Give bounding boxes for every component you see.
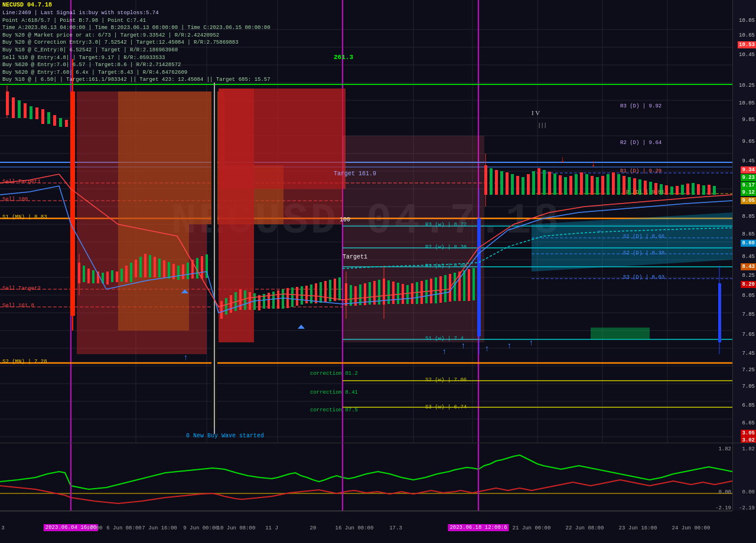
svg-rect-178 <box>537 168 540 195</box>
price-665: 6.65 <box>742 420 755 426</box>
svg-text:Target1: Target1 <box>343 254 367 260</box>
svg-marker-63 <box>591 328 650 339</box>
svg-rect-204 <box>676 186 679 195</box>
price-1065: 10.65 <box>739 32 755 38</box>
svg-rect-100 <box>177 266 180 280</box>
time-tick-jun7: 7 Jun 16:00 <box>142 525 177 531</box>
svg-rect-158 <box>444 275 447 302</box>
svg-rect-209 <box>702 185 705 195</box>
osc-price-neg219: -2.19 <box>715 505 731 511</box>
svg-text:100: 100 <box>340 217 350 223</box>
svg-rect-171 <box>500 171 503 195</box>
svg-rect-131 <box>324 281 327 302</box>
svg-rect-130 <box>320 282 322 303</box>
svg-rect-114 <box>244 290 246 310</box>
svg-rect-87 <box>116 272 118 282</box>
svg-rect-172 <box>506 172 509 195</box>
svg-rect-164 <box>472 268 475 300</box>
svg-rect-95 <box>154 257 156 277</box>
svg-rect-151 <box>411 283 413 304</box>
svg-rect-201 <box>660 184 663 195</box>
svg-rect-206 <box>686 184 689 195</box>
time-tick-jun23: 23 Jun 16:00 <box>619 525 657 531</box>
svg-rect-121 <box>277 290 279 309</box>
svg-marker-62 <box>532 212 732 272</box>
osc-axis-neg219: -2.19 <box>739 505 755 511</box>
main-chart: NECUSD 04.7.18 <box>0 0 732 443</box>
svg-rect-101 <box>182 264 184 279</box>
price-905-box: 9.05 <box>741 197 756 204</box>
svg-rect-185 <box>575 174 578 195</box>
price-725: 7.25 <box>742 367 755 373</box>
svg-rect-75 <box>65 120 68 127</box>
svg-rect-182 <box>559 175 562 195</box>
svg-rect-98 <box>168 262 170 279</box>
price-865: 8.65 <box>742 231 755 237</box>
svg-rect-82 <box>92 270 94 283</box>
svg-rect-94 <box>149 255 151 277</box>
price-785: 7.85 <box>742 312 755 318</box>
svg-rect-208 <box>697 184 700 195</box>
svg-rect-110 <box>225 298 227 315</box>
svg-rect-81 <box>87 269 90 283</box>
svg-rect-69 <box>30 106 32 119</box>
svg-text:↑: ↑ <box>507 341 511 351</box>
svg-rect-193 <box>617 174 620 195</box>
time-tick-jun21: 21 Jun 00:00 <box>513 525 551 531</box>
time-tick-11j: 11 J <box>265 525 278 531</box>
time-tick-0000: 00:00 <box>86 525 102 531</box>
svg-rect-91 <box>135 260 137 277</box>
chart-svg: ↑ ↑ ↑ ↑ ↑ ↑ ↓ ↓ → I V | | | 261.3 Target… <box>0 0 732 443</box>
svg-rect-96 <box>158 259 161 277</box>
svg-text:↑: ↑ <box>183 353 188 362</box>
svg-rect-197 <box>638 179 641 195</box>
price-1025: 10.25 <box>739 83 755 89</box>
svg-rect-147 <box>392 282 395 304</box>
svg-rect-169 <box>490 168 493 195</box>
svg-rect-160 <box>454 273 456 301</box>
price-axis: 10.85 10.65 10.53 10.45 10.25 10.05 9.85… <box>732 0 756 443</box>
svg-rect-137 <box>350 285 352 306</box>
price-885: 8.85 <box>742 214 755 220</box>
svg-rect-74 <box>59 118 62 127</box>
time-tick-jun6: 6 Jun 08:00 <box>106 525 141 531</box>
svg-text:↑: ↑ <box>442 347 447 356</box>
price-845: 8.45 <box>742 254 755 260</box>
price-923-box: 9.23 <box>741 174 756 181</box>
svg-text:261.3: 261.3 <box>334 54 353 61</box>
svg-text:→: → <box>597 227 601 235</box>
time-tick-jun10: 10 Jun 08:00 <box>217 525 256 531</box>
svg-rect-162 <box>463 270 465 301</box>
svg-rect-191 <box>607 174 610 195</box>
svg-rect-113 <box>239 289 242 310</box>
svg-rect-90 <box>130 263 132 282</box>
time-tick-173: 17.3 <box>389 525 402 531</box>
svg-rect-190 <box>601 176 604 195</box>
svg-rect-134 <box>338 277 341 300</box>
svg-rect-189 <box>596 177 599 195</box>
svg-rect-129 <box>315 283 317 303</box>
svg-rect-88 <box>120 269 123 282</box>
time-tick-jun22: 22 Jun 08:00 <box>566 525 604 531</box>
price-805: 8.05 <box>742 293 755 299</box>
osc-price-0: 0.00 <box>718 489 731 495</box>
time-axis: 3 2023.06.04 16:00 00:00 6 Jun 08:00 7 J… <box>0 511 732 543</box>
svg-rect-89 <box>125 266 128 282</box>
svg-rect-152 <box>416 282 418 304</box>
osc-axis-182: 1.82 <box>742 446 755 452</box>
svg-text:I   V: I V <box>532 109 540 116</box>
svg-rect-163 <box>468 269 470 301</box>
svg-text:Target 161.9: Target 161.9 <box>334 171 376 177</box>
osc-price-182: 1.82 <box>718 446 731 452</box>
svg-rect-71 <box>41 109 44 124</box>
oscillator-panel: iProfit-Signal | Modified By | FSB3 0.06… <box>0 443 732 511</box>
svg-rect-157 <box>439 276 442 303</box>
price-685: 6.85 <box>742 403 755 408</box>
svg-rect-176 <box>527 174 530 195</box>
svg-rect-173 <box>511 174 514 195</box>
svg-rect-195 <box>628 177 631 195</box>
svg-rect-231 <box>0 443 732 511</box>
price-1085: 10.85 <box>739 18 755 24</box>
svg-rect-116 <box>253 293 256 310</box>
svg-rect-70 <box>35 107 38 119</box>
